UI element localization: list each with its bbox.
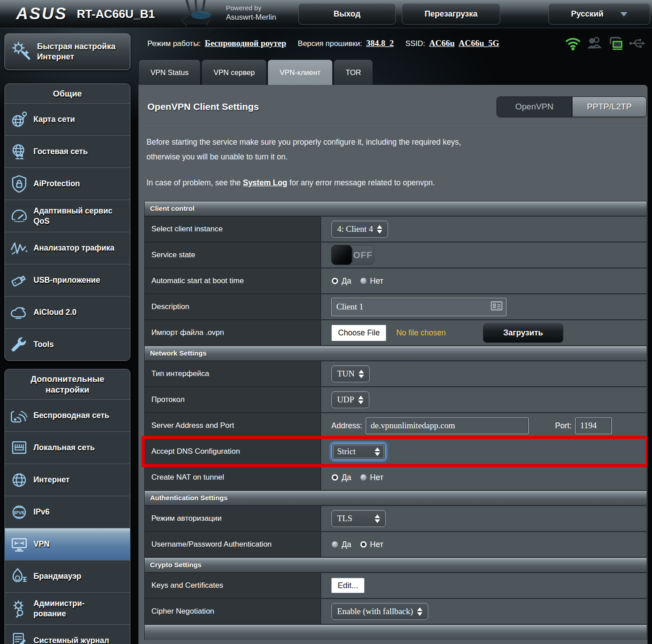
tab-vpn-server[interactable]: VPN сервер <box>201 59 267 85</box>
interface-type-select[interactable]: TUN <box>331 365 370 382</box>
page-title: OpenVPN Client Settings <box>147 101 259 112</box>
auto-start-yes-radio[interactable] <box>331 277 339 284</box>
usb-status-icon[interactable] <box>629 34 646 53</box>
sidebar-item-qos[interactable]: Адаптивный сервис QoS <box>5 200 130 232</box>
description-value: Client 1 <box>336 302 364 312</box>
protocol-label: Протокол <box>145 387 321 412</box>
sidebar-item-wan[interactable]: Интернет <box>5 464 130 496</box>
userpass-no-radio[interactable] <box>360 541 367 548</box>
contact-card-icon <box>491 301 502 313</box>
sidebar-item-label: Брандмауэр <box>33 571 84 581</box>
sidebar-item-firewall[interactable]: Брандмауэр <box>5 560 130 592</box>
main-panel: OpenVPN Client Settings OpenVPN PPTP/L2T… <box>138 85 648 644</box>
row-server-address: Server Address and Port Address: de.vpnu… <box>145 413 647 439</box>
quick-setup-icon <box>11 41 32 63</box>
problem-text: In case of problem, see the System Log f… <box>146 178 648 188</box>
sidebar-item-wireless[interactable]: Беспроводная сеть <box>5 399 130 431</box>
monitor-status-icon[interactable] <box>607 34 624 53</box>
description-input[interactable]: Client 1 <box>331 298 506 316</box>
row-cipher-negotiation: Cipher Negotiation Enable (with fallback… <box>145 599 647 625</box>
ssid-link-5g[interactable]: AC66u_5G <box>459 38 499 48</box>
sidebar-item-lan[interactable]: Локальная сеть <box>5 431 130 464</box>
clients-status-icon[interactable] <box>586 34 603 53</box>
cloud-icon <box>5 303 33 322</box>
openvpn-type-button[interactable]: OpenVPN <box>497 97 572 117</box>
auth-mode-select[interactable]: TLS <box>331 510 386 527</box>
sidebar-item-label: USB-приложение <box>33 275 103 285</box>
section-client-control: Client control <box>145 201 647 217</box>
router-image <box>173 0 225 29</box>
no-label: Нет <box>370 473 384 482</box>
sidebar-item-network-map[interactable]: Карта сети <box>5 103 130 135</box>
system-log-link[interactable]: System Log <box>243 178 287 187</box>
sidebar-item-vpn[interactable]: VPN <box>5 528 130 560</box>
tab-vpn-status[interactable]: VPN Status <box>138 59 201 85</box>
no-label: Нет <box>370 540 384 549</box>
powered-by: Powered by Asuswrt-Merlin <box>226 4 276 22</box>
svg-text:IPV6: IPV6 <box>14 510 25 515</box>
protocol-value: UDP <box>337 395 354 405</box>
create-nat-yes-radio[interactable] <box>331 474 339 481</box>
edit-keys-button[interactable]: Edit... <box>331 578 364 593</box>
sidebar-item-traffic-analyzer[interactable]: Анализатор трафика <box>5 232 130 264</box>
server-address-input[interactable]: de.vpnunlimitedapp.com <box>366 418 529 434</box>
upload-button[interactable]: Загрузить <box>483 323 564 343</box>
no-label: Нет <box>370 276 384 286</box>
sidebar-item-system-log[interactable]: Системный журнал <box>5 624 130 644</box>
toggle-state-text: OFF <box>352 250 374 260</box>
mode-link[interactable]: Беспроводной роутер <box>205 38 286 48</box>
auto-start-no-radio[interactable] <box>360 277 367 284</box>
userpass-yes-radio[interactable] <box>331 541 339 548</box>
sidebar-item-usb-application[interactable]: USB-приложение <box>5 264 130 296</box>
service-state-toggle[interactable]: OFF <box>331 245 374 265</box>
row-description: Description Client 1 <box>145 294 647 320</box>
cipher-negotiation-value: Enable (with fallback) <box>337 606 413 616</box>
port-label: Port: <box>555 421 572 431</box>
section-title-advanced: Дополнительные настройки <box>21 369 114 399</box>
auth-mode-label: Режим авторизации <box>145 506 321 531</box>
select-arrows-icon <box>375 447 380 456</box>
protocol-select[interactable]: UDP <box>331 391 369 408</box>
client-instance-value: 4: Client 4 <box>337 224 373 234</box>
language-dropdown[interactable]: Русский <box>548 4 650 25</box>
sidebar-item-aicloud[interactable]: AiCloud 2.0 <box>5 296 130 328</box>
ssid-link-24g[interactable]: AC66u <box>429 38 455 48</box>
sidebar-item-aiprotection[interactable]: AiProtection <box>5 167 130 200</box>
no-file-chosen-text: No file chosen <box>396 328 446 338</box>
client-instance-select[interactable]: 4: Client 4 <box>331 221 388 238</box>
accept-dns-select[interactable]: Strict <box>331 443 386 460</box>
choose-file-button[interactable]: Choose File <box>331 325 386 341</box>
tab-tor[interactable]: TOR <box>334 59 373 85</box>
keys-certificates-label: Keys and Certificates <box>145 573 321 598</box>
intro-line2: otherwise you will be unable to turn it … <box>146 150 648 164</box>
row-userpass-auth: Username/Password Authentication Да Нет <box>145 532 647 558</box>
wifi-status-icon[interactable] <box>564 34 581 53</box>
create-nat-no-radio[interactable] <box>360 474 367 481</box>
row-create-nat: Create NAT on tunnel Да Нет <box>145 465 647 491</box>
sidebar-item-label: Локальная сеть <box>33 443 97 453</box>
ipv6-icon: IPV6 <box>5 502 33 522</box>
sidebar-item-administration[interactable]: Администри-рование <box>5 592 130 624</box>
auto-start-label: Automatic start at boot time <box>145 268 321 293</box>
section-authentication-settings: Authentication Settings <box>145 491 647 506</box>
logout-button[interactable]: Выход <box>298 4 396 25</box>
sidebar-item-label: Карта сети <box>33 114 78 125</box>
cipher-negotiation-select[interactable]: Enable (with fallback) <box>331 603 428 620</box>
firmware-label: Версия прошивки: <box>298 39 362 48</box>
server-port-input[interactable]: 1194 <box>575 418 612 434</box>
row-import-ovpn: Импорт файла .ovpn Choose File No file c… <box>145 320 647 346</box>
reboot-button[interactable]: Перезагрузка <box>402 4 500 25</box>
sidebar-item-ipv6[interactable]: IPV6 IPv6 <box>5 496 130 528</box>
tab-vpn-client[interactable]: VPN-клиент <box>267 59 333 85</box>
sidebar-item-guest-network[interactable]: Гостевая сеть <box>5 135 130 167</box>
sidebar-item-label: Анализатор трафика <box>33 243 117 253</box>
quick-setup-button[interactable]: Быстрая настройка Интернет <box>4 33 130 70</box>
sidebar-item-label: Гостевая сеть <box>33 146 90 157</box>
title-divider <box>145 124 646 125</box>
qos-gauge-icon <box>5 206 33 226</box>
select-arrows-icon <box>358 396 364 404</box>
sidebar-item-label: Tools <box>33 339 56 350</box>
pptp-l2tp-type-button[interactable]: PPTP/L2TP <box>572 97 646 117</box>
firmware-link[interactable]: 384.8_2 <box>366 38 394 48</box>
sidebar-item-tools[interactable]: Tools <box>5 328 130 360</box>
